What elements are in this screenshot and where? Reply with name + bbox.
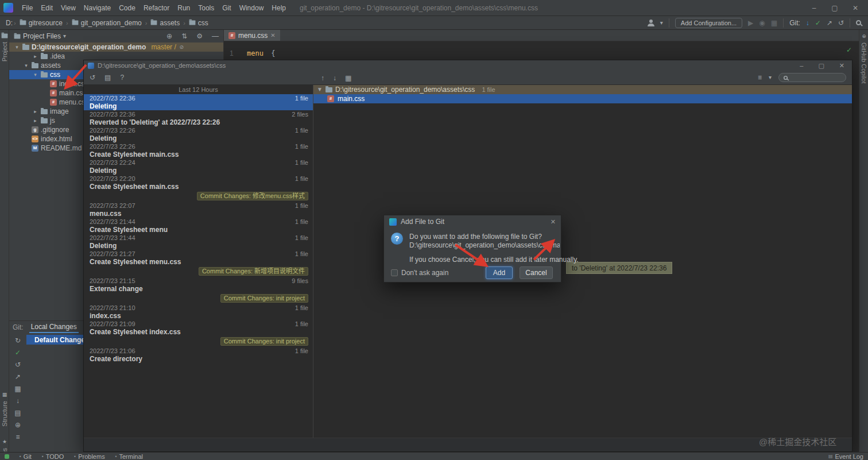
dont-ask-again-checkbox[interactable]: Don't ask again: [391, 269, 448, 277]
debug-icon[interactable]: ◉: [759, 20, 765, 26]
locate-file-icon[interactable]: ⊕: [166, 33, 172, 40]
history-entry[interactable]: 2022/7/23 22:241 fileDeleting: [84, 159, 313, 175]
chevron-down-icon[interactable]: ▾: [14, 44, 20, 50]
breadcrumb-gitresource[interactable]: gitresource: [20, 19, 63, 27]
preview-icon[interactable]: ⊕: [15, 422, 21, 428]
tree-item-root[interactable]: ▾ D:\gitresource\git_operation_demo mast…: [9, 42, 223, 52]
chevron-icon[interactable]: ▸: [32, 109, 38, 114]
statusbar-item-problems[interactable]: ▪Problems: [74, 453, 104, 460]
diff-settings-icon[interactable]: ▦: [345, 75, 351, 82]
history-window-titlebar[interactable]: D:\gitresource\git_operation_demo\assets…: [84, 60, 852, 71]
add-button[interactable]: Add: [486, 266, 513, 279]
close-icon[interactable]: ✕: [839, 62, 844, 69]
rollback-icon[interactable]: ↺: [15, 361, 21, 368]
user-icon[interactable]: [648, 20, 654, 26]
hide-panel-icon[interactable]: —: [212, 33, 219, 40]
menu-file[interactable]: File: [18, 0, 37, 16]
copilot-tool-button[interactable]: ⊕ GitHub Copilot: [859, 33, 868, 84]
drive-crumb[interactable]: D:: [6, 19, 13, 27]
chevron-icon[interactable]: ▾: [23, 63, 29, 68]
menu-run[interactable]: Run: [173, 0, 194, 16]
previous-difference-icon[interactable]: ↑: [321, 75, 324, 82]
inspections-ok-icon[interactable]: ✓: [846, 46, 852, 54]
history-entry[interactable]: 2022/7/23 21:441 fileDeleting: [84, 234, 313, 250]
breadcrumb-assets[interactable]: assets: [150, 19, 180, 27]
patch-icon[interactable]: ▤: [14, 409, 21, 416]
get-icon[interactable]: ↓: [16, 397, 20, 404]
rollback-icon[interactable]: ↺: [838, 20, 844, 26]
push-icon[interactable]: ↗: [827, 20, 832, 26]
project-tool-button[interactable]: Project: [0, 33, 9, 61]
history-entry[interactable]: 2022/7/23 22:362 filesReverted to 'Delet…: [84, 110, 313, 126]
run-icon[interactable]: ▶: [748, 20, 753, 26]
breadcrumb-git_operation_demo[interactable]: git_operation_demo: [72, 19, 142, 27]
history-entry[interactable]: 2022/7/23 21:091 fileCreate Stylesheet i…: [84, 320, 313, 336]
history-search-field[interactable]: [778, 73, 846, 82]
menu-tools[interactable]: Tools: [194, 0, 218, 16]
chevron-down-icon[interactable]: ▾: [63, 33, 66, 39]
collapse-all-icon[interactable]: ⇅: [181, 33, 187, 40]
refresh-icon[interactable]: ↻: [15, 337, 21, 344]
help-icon[interactable]: ?: [120, 74, 124, 81]
chevron-down-icon[interactable]: ▾: [660, 20, 663, 26]
minimize-icon[interactable]: –: [800, 62, 803, 69]
collapse-all-icon[interactable]: ▾: [769, 75, 772, 80]
chevron-icon[interactable]: ▾: [32, 72, 38, 78]
chevron-icon[interactable]: ▸: [32, 53, 38, 59]
create-patch-icon[interactable]: ▤: [104, 74, 111, 81]
plugin-status-icon[interactable]: [5, 454, 9, 459]
history-entry[interactable]: 2022/7/23 21:159 filesExternal change: [84, 277, 313, 293]
expand-icon[interactable]: ≡: [16, 434, 20, 440]
shelve-icon[interactable]: ↗: [15, 373, 21, 380]
commit-icon[interactable]: ✓: [15, 349, 21, 356]
maximize-icon[interactable]: ▢: [818, 62, 824, 69]
history-entry[interactable]: 2022/7/23 22:261 fileCreate Stylesheet m…: [84, 142, 313, 159]
event-log-button[interactable]: ▤ Event Log: [828, 453, 863, 460]
structure-tool-button[interactable]: ▦ Structure: [0, 392, 9, 427]
history-entry[interactable]: 2022/7/23 22:361 fileDeleting: [84, 94, 313, 110]
commit-icon[interactable]: ✓: [815, 20, 821, 26]
close-icon[interactable]: ✕: [845, 4, 866, 12]
menu-code[interactable]: Code: [115, 0, 140, 16]
file-row-main-css[interactable]: # main.css: [313, 94, 852, 103]
maximize-icon[interactable]: ▢: [824, 4, 845, 12]
update-project-icon[interactable]: ↓: [806, 20, 809, 26]
history-entry[interactable]: 2022/7/23 21:101 fileindex.css: [84, 304, 313, 320]
group-by-icon[interactable]: ▦: [14, 385, 21, 392]
menu-view[interactable]: View: [57, 0, 80, 16]
dialog-titlebar[interactable]: Add File to Git ✕: [384, 215, 561, 228]
close-tab-icon[interactable]: ✕: [270, 32, 275, 38]
menu-edit[interactable]: Edit: [37, 0, 57, 16]
statusbar-item-git[interactable]: ▪Git: [20, 453, 32, 460]
breadcrumb-css[interactable]: css: [189, 19, 208, 27]
statusbar-item-terminal[interactable]: ▪Terminal: [115, 453, 143, 460]
menu-window[interactable]: Window: [235, 0, 268, 16]
history-entry[interactable]: 2022/7/23 22:201 fileCreate Stylesheet m…: [84, 175, 313, 191]
file-pane-header[interactable]: ▼ D:\gitresource\git_operation_demo\asse…: [313, 85, 852, 94]
project-view-selector[interactable]: Project Files: [23, 32, 61, 40]
profiler-icon[interactable]: ▦: [771, 20, 777, 26]
checkbox-icon[interactable]: [391, 269, 398, 276]
code-line[interactable]: menu {: [247, 49, 275, 57]
search-icon[interactable]: [856, 20, 861, 25]
close-icon[interactable]: ✕: [551, 218, 556, 226]
expand-all-icon[interactable]: ≡: [758, 74, 762, 81]
tab-local-changes[interactable]: Local Changes: [29, 322, 79, 333]
menu-help[interactable]: Help: [268, 0, 290, 16]
menu-refactor[interactable]: Refactor: [140, 0, 173, 16]
next-difference-icon[interactable]: ↓: [333, 75, 336, 82]
history-entry[interactable]: 2022/7/23 22:261 fileDeleting: [84, 126, 313, 142]
statusbar-item-todo[interactable]: ▪TODO: [42, 453, 64, 460]
menu-git[interactable]: Git: [218, 0, 235, 16]
history-entry[interactable]: 2022/7/23 21:441 fileCreate Stylesheet m…: [84, 218, 313, 234]
cancel-button[interactable]: Cancel: [520, 266, 553, 279]
chevron-icon[interactable]: ▸: [32, 118, 38, 123]
tab-menu-css[interactable]: # menu.css ✕: [224, 30, 280, 41]
add-configuration-button[interactable]: Add Configuration...: [675, 18, 742, 28]
menu-navigate[interactable]: Navigate: [80, 0, 115, 16]
revert-icon[interactable]: ↺: [90, 74, 95, 81]
history-entry[interactable]: 2022/7/23 21:061 fileCreate directory: [84, 347, 313, 363]
minimize-icon[interactable]: –: [804, 4, 824, 12]
gear-icon[interactable]: ⚙: [196, 33, 203, 40]
history-entry[interactable]: 2022/7/23 21:271 fileCreate Stylesheet m…: [84, 250, 313, 266]
